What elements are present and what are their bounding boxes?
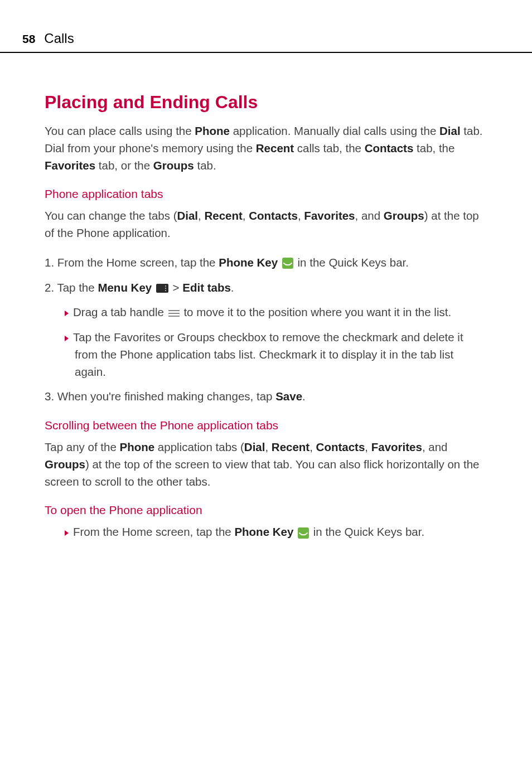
step-2: 2. Tap the Menu Key > Edit tabs. (45, 279, 487, 297)
phone-tabs-intro: You can change the tabs (Dial, Recent, C… (45, 207, 487, 242)
page-header: 58 Calls (0, 0, 532, 53)
page-content: Placing and Ending Calls You can place c… (0, 53, 532, 560)
phone-key-icon (282, 258, 293, 269)
scrolling-body: Tap any of the Phone application tabs (D… (45, 439, 487, 490)
sub-bullet-checkbox: Tap the Favorites or Groups checkbox to … (45, 329, 487, 380)
arrow-icon (65, 311, 69, 316)
header-section-title: Calls (44, 31, 74, 46)
arrow-icon (65, 336, 69, 341)
sub-bullet-drag: Drag a tab handle to move it to the posi… (45, 304, 487, 321)
phone-key-icon (298, 527, 309, 539)
page-number: 58 (22, 32, 35, 46)
phone-tabs-heading: Phone application tabs (45, 187, 487, 201)
open-phone-heading: To open the Phone application (45, 503, 487, 517)
step-1: 1. From the Home screen, tap the Phone K… (45, 254, 487, 272)
step-3: 3. When you're finished making changes, … (45, 388, 487, 405)
arrow-icon (65, 530, 69, 536)
tab-handle-icon (168, 309, 180, 317)
intro-paragraph: You can place calls using the Phone appl… (45, 123, 487, 174)
scrolling-heading: Scrolling between the Phone application … (45, 419, 487, 432)
open-phone-bullet: From the Home screen, tap the Phone Key … (45, 524, 487, 541)
main-heading: Placing and Ending Calls (45, 92, 487, 113)
menu-key-icon (156, 284, 168, 293)
